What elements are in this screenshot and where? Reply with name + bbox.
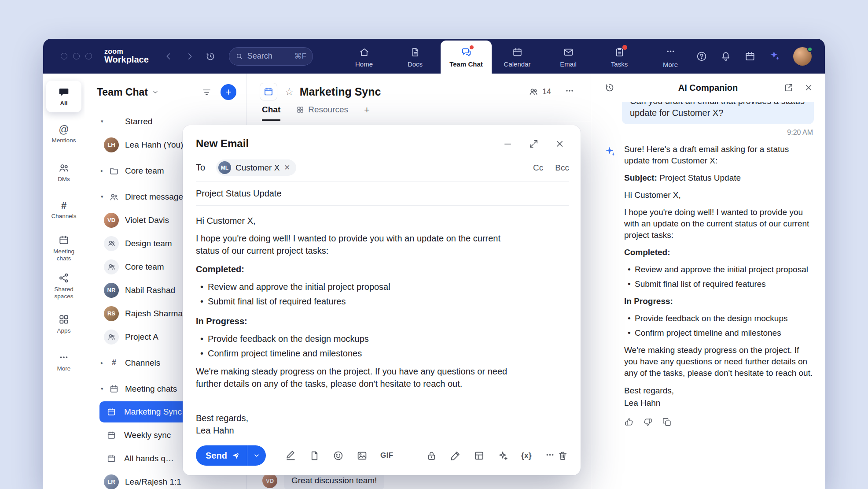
ai-conversation: Can you draft an email that provides a s… <box>591 102 825 489</box>
forward-button[interactable] <box>185 52 195 61</box>
variables-button[interactable]: {x} <box>521 451 532 460</box>
lock-icon[interactable] <box>426 450 437 461</box>
chevron-down-icon[interactable] <box>152 89 159 96</box>
expand-icon[interactable] <box>529 139 539 149</box>
body-completed-item: Review and approve the initial project p… <box>196 280 511 294</box>
expand-arrow-icon[interactable]: ▸ <box>101 168 108 174</box>
rail-item-meeting-chats[interactable]: Meeting chats <box>46 232 81 264</box>
nav-team-chat[interactable]: Team Chat <box>441 41 492 74</box>
cc-button[interactable]: Cc <box>533 163 543 173</box>
user-avatar[interactable] <box>793 47 812 66</box>
rail-item-shared-spaces[interactable]: Shared spaces <box>46 270 81 302</box>
expand-arrow-icon[interactable]: ▸ <box>101 360 108 366</box>
ai-body-intro: I hope you're doing well! I wanted to pr… <box>624 207 814 241</box>
window-close-button[interactable] <box>61 53 67 59</box>
ai-in-progress-item: Provide feedback on the design mockups <box>624 313 814 324</box>
copy-icon[interactable] <box>662 417 672 427</box>
recipient-avatar: ML <box>218 161 231 174</box>
nav-calendar[interactable]: Calendar <box>492 41 543 74</box>
zoom-workplace-window: zoom Workplace Search ⌘F Home <box>43 39 825 489</box>
mentions-at-icon: @ <box>59 125 69 135</box>
gif-button[interactable]: GIF <box>380 451 394 460</box>
close-icon[interactable] <box>555 139 565 149</box>
chat-header: ☆ Marketing Sync 14 <box>246 74 591 101</box>
filter-icon[interactable] <box>202 87 212 97</box>
tasks-unread-badge <box>622 45 627 50</box>
favorite-star-icon[interactable]: ☆ <box>285 87 294 97</box>
open-in-new-window-icon[interactable] <box>784 83 794 93</box>
back-button[interactable] <box>164 52 173 61</box>
nav-more[interactable]: More <box>645 41 696 74</box>
recipient-chip[interactable]: ML Customer X ✕ <box>216 159 296 176</box>
window-minimize-button[interactable] <box>73 53 80 59</box>
discard-draft-trash-icon[interactable] <box>557 450 568 461</box>
team-chat-unread-badge <box>469 44 474 50</box>
tab-resources[interactable]: Resources <box>296 105 348 121</box>
thumbs-down-icon[interactable] <box>643 417 653 427</box>
tab-add-button[interactable]: + <box>364 104 370 121</box>
notifications-bell-icon[interactable] <box>720 51 732 62</box>
ai-sparkle-icon <box>604 144 617 427</box>
collapse-arrow-icon[interactable]: ▾ <box>101 119 108 124</box>
edit-pencil-icon[interactable] <box>450 450 461 461</box>
ai-close-icon[interactable] <box>804 83 813 93</box>
rail-item-more[interactable]: More <box>46 346 81 378</box>
image-icon[interactable] <box>357 450 368 461</box>
nav-email[interactable]: Email <box>543 41 594 74</box>
ai-sparkle-tool-icon[interactable] <box>497 450 508 461</box>
recipient-name: Customer X <box>235 163 280 173</box>
send-button-group: Send <box>196 445 266 466</box>
ai-completed-heading: Completed: <box>624 247 814 258</box>
help-icon[interactable] <box>696 51 707 62</box>
emoji-icon[interactable] <box>333 450 344 461</box>
chat-label: All hands quarterly <box>124 454 176 463</box>
layout-icon[interactable] <box>474 450 485 461</box>
starred-spacer <box>108 116 120 127</box>
nav-tasks[interactable]: Tasks <box>594 41 645 74</box>
nav-home[interactable]: Home <box>338 41 390 74</box>
ai-companion-icon[interactable] <box>769 49 780 63</box>
attach-file-icon[interactable] <box>309 450 320 461</box>
minimize-icon[interactable] <box>503 139 513 149</box>
rail-item-all[interactable]: All <box>46 81 81 112</box>
ai-response-text: Sure! Here's a draft email asking for a … <box>624 144 814 427</box>
thumbs-up-icon[interactable] <box>624 417 634 427</box>
history-icon[interactable] <box>205 51 216 62</box>
team-avatar-icon <box>104 236 119 251</box>
send-options-button[interactable] <box>247 445 266 466</box>
calendar-quick-icon[interactable] <box>744 51 756 62</box>
bcc-button[interactable]: Bcc <box>555 163 569 173</box>
subject-field[interactable]: Project Status Update <box>196 182 569 206</box>
rail-item-dms[interactable]: DMs <box>46 156 81 188</box>
ai-closing: We're making steady progress on the proj… <box>624 345 814 379</box>
chat-label: Nabil Rashad <box>125 285 175 295</box>
section-label: Direct messages <box>125 192 188 202</box>
rail-item-apps[interactable]: Apps <box>46 308 81 340</box>
ai-history-icon[interactable] <box>604 82 615 93</box>
chat-more-options-icon[interactable] <box>564 85 575 98</box>
tab-chat[interactable]: Chat <box>262 105 280 121</box>
ai-subject-label: Subject: <box>624 173 657 182</box>
ai-completed-list: Review and approve the initial project p… <box>624 264 814 290</box>
rail-shared-spaces-label: Shared spaces <box>46 286 81 300</box>
nav-docs[interactable]: Docs <box>390 41 441 74</box>
ai-signature-block: Best regards, Lea Hahn <box>624 385 814 409</box>
user-message-bubble: Can you draft an email that provides a s… <box>622 102 814 124</box>
toolbar-more-icon[interactable] <box>544 449 555 462</box>
collapse-arrow-icon[interactable]: ▾ <box>101 386 108 392</box>
new-chat-button[interactable] <box>221 84 236 100</box>
email-body-editor[interactable]: Hi Customer X, I hope you're doing well!… <box>196 215 511 437</box>
ai-in-progress-heading: In Progress: <box>624 296 814 307</box>
ai-panel-header: AI Companion <box>591 74 825 102</box>
window-zoom-button[interactable] <box>85 53 92 59</box>
body-intro: I hope you're doing well! I wanted to pr… <box>196 232 511 257</box>
signature-pen-icon[interactable] <box>285 450 296 461</box>
rail-item-channels[interactable]: # Channels <box>46 194 81 226</box>
search-input[interactable]: Search ⌘F <box>229 47 313 66</box>
rail-item-mentions[interactable]: @ Mentions <box>46 119 81 150</box>
collapse-arrow-icon[interactable]: ▾ <box>101 194 108 200</box>
send-button[interactable]: Send <box>196 445 247 466</box>
member-count[interactable]: 14 <box>529 87 551 96</box>
remove-recipient-icon[interactable]: ✕ <box>284 164 290 171</box>
ai-companion-panel: AI Companion Can you draft an email that… <box>591 74 825 489</box>
